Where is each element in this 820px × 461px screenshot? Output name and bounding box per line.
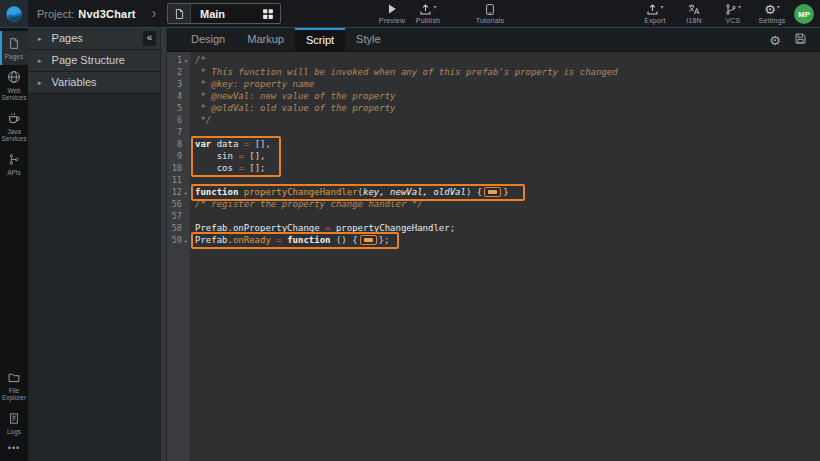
line-number: 2	[167, 67, 190, 77]
line-number: 10	[167, 163, 190, 173]
line-number: 3	[167, 79, 190, 89]
page-file-icon	[168, 4, 191, 23]
dock-item-java-services[interactable]: Java Services	[0, 106, 28, 147]
topbar-actions-left: Preview ▾ Publish Tutorials	[376, 2, 506, 24]
script-settings-button[interactable]: ⚙	[769, 28, 781, 51]
project-label: Project:Nvd3Chart	[37, 0, 136, 28]
doc-icon	[8, 411, 20, 426]
tablet-icon	[484, 2, 496, 16]
code-line: 2 * This function will be invoked when a…	[167, 66, 820, 78]
dock-item-pages[interactable]: Pages	[0, 31, 28, 65]
preview-button[interactable]: Preview	[376, 2, 408, 24]
publish-button[interactable]: ▾ Publish	[412, 2, 444, 24]
code-line: 6 */	[167, 114, 820, 126]
line-number: 8	[167, 139, 190, 149]
editor-tabbar: DesignMarkupScriptStyle ⚙	[167, 28, 820, 52]
caret-down-icon: ▾	[433, 3, 436, 10]
play-icon	[386, 2, 398, 16]
wavemaker-studio-window: Project:Nvd3Chart › Main Preview ▾ Publi…	[0, 0, 820, 461]
page-icon	[8, 36, 20, 51]
dock-item-apis[interactable]: APIs	[0, 147, 28, 181]
collapsed-code-widget[interactable]	[484, 187, 501, 197]
grid-view-icon[interactable]	[262, 8, 274, 20]
dock-item-file-explorer[interactable]: File Explorer	[0, 365, 28, 406]
vcs-button[interactable]: ▾ VCS	[717, 2, 749, 24]
code-line: 4 * @newVal: new value of the property	[167, 90, 820, 102]
code-line: 3 * @key: property name	[167, 78, 820, 90]
code-line: 57	[167, 210, 820, 222]
caret-down-icon: ▾	[777, 3, 780, 10]
chevron-right-icon: ▸	[38, 35, 42, 42]
globe-icon	[7, 70, 21, 85]
upload-icon: ▾	[646, 2, 663, 16]
line-number: 11	[167, 175, 190, 185]
settings-button[interactable]: ⚙▾ Settings	[756, 2, 788, 24]
breadcrumb-chevron-icon[interactable]: ›	[152, 0, 156, 32]
nodes-icon	[8, 152, 20, 167]
collapsed-code-widget[interactable]	[360, 235, 377, 245]
tab-markup[interactable]: Markup	[236, 28, 295, 51]
panel-section-page-structure[interactable]: ▸ Page Structure	[28, 50, 160, 72]
wave-logo-icon	[5, 5, 23, 23]
caret-down-icon: ▾	[738, 3, 741, 10]
tutorials-button[interactable]: Tutorials	[474, 2, 506, 24]
translate-icon	[687, 2, 701, 16]
upload-icon: ▾	[419, 2, 436, 16]
line-number: 5	[167, 103, 190, 113]
code-editor[interactable]: 1▾ /* 2 * This function will be invoked …	[167, 52, 820, 461]
chevron-right-icon: ▸	[38, 57, 42, 64]
fold-open-icon[interactable]: ▾	[182, 57, 190, 64]
code-line: 9 sin = [],	[167, 150, 820, 162]
page-selector[interactable]: Main	[167, 3, 281, 24]
tab-design[interactable]: Design	[180, 28, 236, 51]
line-number: 1▾	[167, 55, 190, 65]
code-line: 7	[167, 126, 820, 138]
line-number: 6	[167, 115, 190, 125]
panel-resize-handle[interactable]	[160, 28, 167, 461]
save-icon	[794, 31, 807, 49]
panel-collapse-button[interactable]: «	[143, 31, 156, 46]
left-dock: Pages Web Services Java Services APIs Fi…	[0, 28, 28, 461]
tab-style[interactable]: Style	[345, 28, 391, 51]
fold-closed-icon[interactable]: ▸	[182, 237, 190, 244]
fold-closed-icon[interactable]: ▸	[182, 189, 190, 196]
i18n-button[interactable]: I18N	[678, 2, 710, 24]
pages-panel: ▸ Pages « ▸ Page Structure ▸ Variables	[28, 28, 160, 461]
line-number: 58	[167, 223, 190, 233]
chevron-right-icon: ▸	[38, 79, 42, 86]
dock-item-logs[interactable]: Logs	[0, 406, 28, 440]
dock-more-button[interactable]: •••	[8, 439, 20, 457]
folder-icon	[7, 370, 21, 385]
code-line: 10 cos = [];	[167, 162, 820, 174]
line-number: 9	[167, 151, 190, 161]
line-number: 59▸	[167, 235, 190, 245]
line-number: 57	[167, 211, 190, 221]
save-button[interactable]	[794, 28, 807, 51]
gear-icon: ⚙	[769, 31, 781, 49]
topbar: Project:Nvd3Chart › Main Preview ▾ Publi…	[0, 0, 820, 28]
topbar-actions-right: ▾ Export I18N ▾ VCS ⚙▾ Settings	[639, 2, 788, 24]
code-line: 58 Prefab.onPropertyChange = propertyCha…	[167, 222, 820, 234]
tab-script[interactable]: Script	[295, 28, 345, 51]
export-button[interactable]: ▾ Export	[639, 2, 671, 24]
caret-down-icon: ▾	[660, 3, 663, 10]
line-number: 7	[167, 127, 190, 137]
code-line: 11	[167, 174, 820, 186]
main-area: DesignMarkupScriptStyle ⚙ 1▾ /* 2 * This…	[167, 28, 820, 461]
code-line: 1▾ /*	[167, 54, 820, 66]
line-number: 12▸	[167, 187, 190, 197]
page-selector-value: Main	[191, 8, 262, 20]
user-avatar[interactable]: MP	[794, 4, 814, 24]
project-name: Nvd3Chart	[78, 8, 135, 20]
code-line: 59▸ Prefab.onReady = function () {};	[167, 234, 820, 246]
panel-section-variables[interactable]: ▸ Variables	[28, 72, 160, 94]
code-line: 8 var data = [],	[167, 138, 820, 150]
line-number: 56	[167, 199, 190, 209]
line-number: 4	[167, 91, 190, 101]
code-line: 5 * @oldVal: old value of the property	[167, 102, 820, 114]
gear-icon: ⚙▾	[764, 2, 780, 16]
panel-section-pages[interactable]: ▸ Pages «	[28, 28, 160, 50]
dock-item-web-services[interactable]: Web Services	[0, 65, 28, 106]
code-line: 12▸ function propertyChangeHandler(key, …	[167, 186, 820, 198]
wavemaker-logo[interactable]	[0, 0, 28, 28]
